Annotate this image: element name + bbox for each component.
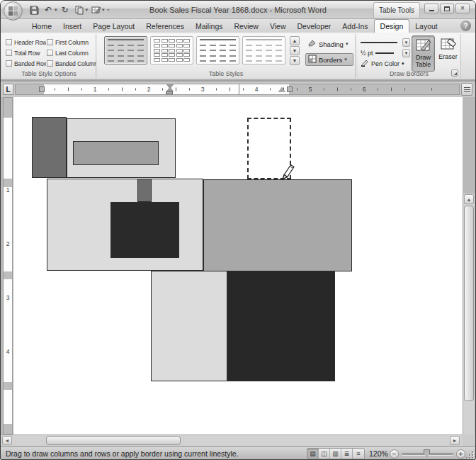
tab-developer[interactable]: Developer — [291, 19, 336, 33]
gallery-scroll-up-icon[interactable]: ▲ — [290, 36, 300, 45]
table-cell-dark-connector[interactable] — [137, 179, 152, 202]
tab-mailings[interactable]: Mailings — [190, 19, 229, 33]
checkbox-header-row[interactable] — [6, 39, 12, 45]
right-margin-marker[interactable] — [287, 86, 293, 92]
maximize-button[interactable] — [440, 4, 454, 13]
tab-selector[interactable]: L — [3, 84, 13, 95]
eraser-icon — [441, 38, 456, 53]
vertical-ruler-number-4: 4 — [4, 348, 12, 355]
copy-dropdown-icon[interactable]: ▾ — [86, 7, 89, 13]
borders-dropdown-icon: ▾ — [344, 57, 347, 62]
right-indent-marker[interactable] — [278, 87, 285, 92]
vertical-ruler-number-1: 1 — [4, 186, 12, 193]
eraser-button[interactable]: Eraser — [436, 35, 460, 72]
outline-view-icon[interactable]: ≣ — [341, 449, 353, 459]
borders-button[interactable]: Borders ▾ — [305, 53, 353, 66]
tab-references[interactable]: References — [140, 19, 190, 33]
close-button[interactable]: × — [455, 4, 470, 13]
tab-layout[interactable]: Layout — [409, 19, 443, 33]
print-layout-view-icon[interactable]: ▤ — [307, 449, 319, 459]
group-table-style-options: Header RowFirst ColumnTotal RowLast Colu… — [2, 34, 96, 78]
table-cell-light-bottom[interactable] — [151, 271, 227, 381]
shading-icon — [307, 39, 317, 49]
table-style-thumbnail-3[interactable] — [196, 36, 239, 64]
vertical-scrollbar[interactable]: ▲ ▼ « ○ » — [463, 193, 475, 460]
checkbox-total-row[interactable] — [6, 50, 12, 56]
checkbox-banded-columns[interactable] — [47, 60, 53, 67]
table-cell-dark-top-left[interactable] — [32, 117, 67, 178]
undo-icon[interactable]: ↶ — [42, 4, 55, 16]
pen-color-dropdown-icon: ▾ — [402, 61, 404, 67]
pen-color-button[interactable]: Pen Color ▾ — [361, 58, 410, 69]
scroll-right-icon[interactable]: ► — [450, 436, 460, 445]
zoom-in-icon[interactable]: + — [456, 449, 465, 459]
copy-icon[interactable] — [73, 4, 86, 16]
draw-table-quick-icon[interactable] — [89, 4, 102, 16]
table-style-thumbnail-4[interactable] — [242, 36, 285, 64]
gallery-scroll-down-icon[interactable]: ▼ — [290, 46, 300, 55]
ruler-number-1: 1 — [94, 86, 97, 93]
tab-review[interactable]: Review — [228, 19, 264, 33]
horizontal-scrollbar[interactable]: ◄ ► — [1, 434, 463, 446]
redo-icon[interactable]: ↻ — [59, 4, 72, 16]
tab-home[interactable]: Home — [26, 19, 57, 33]
ruler-number-2: 2 — [147, 86, 151, 93]
vertical-scroll-thumb[interactable] — [464, 206, 474, 401]
line-style-picker[interactable]: ▼ — [361, 37, 410, 47]
left-indent-marker[interactable] — [166, 91, 173, 94]
table-cell-darkest-middle[interactable] — [110, 202, 179, 258]
qat-more-icon[interactable]: ▾ — [102, 7, 105, 13]
scroll-left-icon[interactable]: ◄ — [2, 436, 12, 445]
tab-view[interactable]: View — [264, 19, 292, 33]
horizontal-ruler[interactable]: 123456 — [15, 84, 460, 95]
shading-button[interactable]: Shading ▾ — [305, 38, 353, 50]
draft-view-icon[interactable]: ≡ — [353, 449, 364, 459]
checkbox-banded-rows[interactable] — [6, 60, 12, 67]
line-style-sample — [361, 42, 397, 43]
line-weight-dropdown-icon[interactable]: ▼ — [402, 49, 410, 57]
checkbox-first-column[interactable] — [47, 39, 53, 45]
minimize-button[interactable] — [424, 4, 438, 13]
draw-table-button[interactable]: Draw Table — [412, 35, 435, 72]
resize-grip[interactable] — [466, 451, 473, 459]
checkbox-label-banded-rows: Banded Rows — [14, 60, 46, 67]
table-cell-medium-inner[interactable] — [73, 141, 159, 165]
full-screen-reading-view-icon[interactable]: ◫ — [319, 449, 330, 459]
ruler-number-5: 5 — [309, 86, 312, 93]
horizontal-scroll-thumb[interactable] — [46, 436, 181, 445]
table-column-marker[interactable] — [239, 84, 239, 94]
tab-design[interactable]: Design — [374, 19, 410, 33]
line-style-dropdown-icon[interactable]: ▼ — [402, 38, 410, 47]
document-page[interactable] — [13, 97, 463, 434]
undo-dropdown-icon[interactable]: ▾ — [55, 7, 57, 13]
table-style-thumbnail-1[interactable] — [104, 36, 147, 64]
line-weight-sample — [375, 52, 394, 54]
line-weight-picker[interactable]: ½ pt ▼ — [361, 47, 410, 58]
gallery-more-icon[interactable]: ▼ — [290, 56, 300, 65]
save-icon[interactable] — [28, 4, 40, 16]
word-window: ↶ ▾ ↻ ▾ ▾ ╸ Book Sales Fiscal Year 1868.… — [0, 0, 476, 460]
web-layout-view-icon[interactable]: ▥ — [330, 449, 341, 459]
tab-add-ins[interactable]: Add-Ins — [336, 19, 373, 33]
tab-page-layout[interactable]: Page Layout — [87, 19, 140, 33]
zoom-out-icon[interactable]: − — [390, 449, 399, 459]
checkbox-last-column[interactable] — [47, 50, 53, 56]
help-button[interactable]: ? — [460, 21, 471, 31]
zoom-slider-handle[interactable] — [424, 449, 430, 457]
draw-table-icon — [416, 38, 431, 54]
table-cell-medium-right[interactable] — [203, 179, 352, 271]
table-cell-dark-bottom[interactable] — [227, 271, 335, 381]
checkbox-label-first-column: First Column — [55, 39, 89, 46]
ruler-row: L 123456 — [1, 81, 475, 97]
left-margin-marker[interactable] — [39, 86, 45, 92]
draw-borders-dialog-launcher[interactable] — [451, 69, 458, 77]
table-style-thumbnail-2[interactable] — [150, 36, 193, 64]
scroll-up-icon[interactable]: ▲ — [464, 194, 474, 204]
zoom-level[interactable]: 120% — [369, 447, 388, 460]
office-button[interactable] — [4, 1, 23, 21]
checkbox-row-total-row: Total Row — [6, 47, 46, 58]
view-ruler-toggle[interactable] — [461, 83, 472, 96]
tab-insert[interactable]: Insert — [57, 19, 87, 33]
ruler-number-3: 3 — [201, 86, 205, 93]
vertical-ruler[interactable]: 1234 — [3, 97, 13, 434]
